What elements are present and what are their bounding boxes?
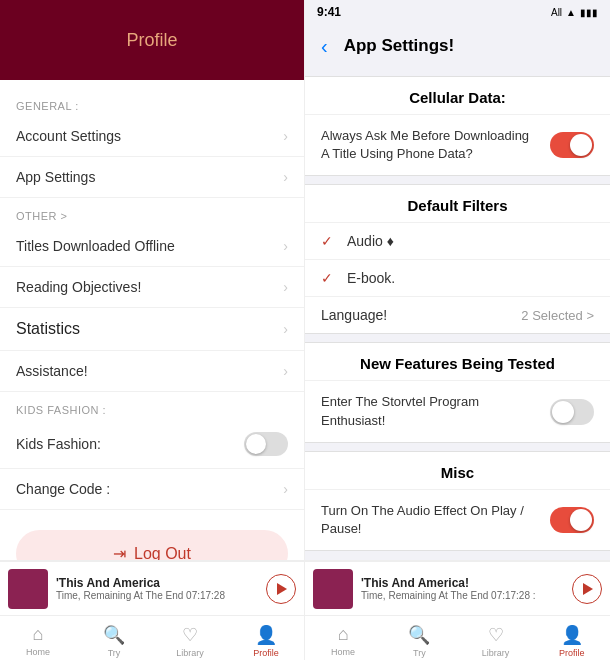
right-try-label: Try xyxy=(413,648,426,658)
account-settings-item[interactable]: Account Settings › xyxy=(0,116,304,157)
kids-fashion-row: Kids Fashion: xyxy=(0,420,304,469)
language-value: 2 Selected > xyxy=(521,308,594,323)
right-nav-try[interactable]: 🔍 Try xyxy=(381,624,457,658)
audio-check-icon: ✓ xyxy=(321,233,337,249)
profile-nav-label: Profile xyxy=(253,648,279,658)
right-nav-library[interactable]: ♡ Library xyxy=(458,624,534,658)
left-audio-title: 'This And America xyxy=(56,576,258,590)
right-status-bar: 9:41 All ▲ ▮▮▮ xyxy=(305,0,610,24)
titles-downloaded-label: Titles Downloaded Offline xyxy=(16,238,175,254)
right-nav-bar: ⌂ Home 🔍 Try ♡ Library 👤 Profile xyxy=(305,615,610,660)
left-audio-info: 'This And America Time, Remaining At The… xyxy=(56,576,258,601)
right-header: ‹ App Settings! xyxy=(305,24,610,68)
app-settings-chevron: › xyxy=(283,169,288,185)
left-header: Profile xyxy=(0,0,304,80)
ebook-check-label: E-book. xyxy=(347,270,395,286)
left-nav-profile[interactable]: 👤 Profile xyxy=(228,624,304,658)
right-nav-profile[interactable]: 👤 Profile xyxy=(534,624,610,658)
logout-icon: ⇥ xyxy=(113,544,126,560)
audio-effect-text: Turn On The Audio Effect On Play / Pause… xyxy=(321,502,550,538)
statistics-item[interactable]: Statistics › xyxy=(0,308,304,351)
kids-section-label: KIDS FASHION : xyxy=(0,392,304,420)
left-audio-bar: 'This And America Time, Remaining At The… xyxy=(0,561,304,615)
left-nav-home[interactable]: ⌂ Home xyxy=(0,624,76,657)
kids-fashion-label: Kids Fashion: xyxy=(16,436,101,452)
right-play-icon xyxy=(583,583,593,595)
audio-checkmark-row[interactable]: ✓ Audio ♦ xyxy=(305,222,610,259)
reading-objectives-chevron: › xyxy=(283,279,288,295)
status-time: 9:41 xyxy=(317,5,341,19)
status-icons: All ▲ ▮▮▮ xyxy=(551,7,598,18)
reading-objectives-item[interactable]: Reading Objectives! › xyxy=(0,267,304,308)
right-content: Cellular Data: Always Ask Me Before Down… xyxy=(305,68,610,560)
assistance-label: Assistance! xyxy=(16,363,88,379)
ebook-checkmark-row[interactable]: ✓ E-book. xyxy=(305,259,610,296)
right-home-label: Home xyxy=(331,647,355,657)
right-audio-info: 'This And America! Time, Remaining At Th… xyxy=(361,576,564,601)
audio-effect-row: Turn On The Audio Effect On Play / Pause… xyxy=(305,489,610,550)
reading-objectives-label: Reading Objectives! xyxy=(16,279,141,295)
right-audio-title: 'This And America! xyxy=(361,576,564,590)
statistics-label: Statistics xyxy=(16,320,80,338)
change-code-label: Change Code : xyxy=(16,481,110,497)
left-nav-bar: ⌂ Home 🔍 Try ♡ Library 👤 Profile xyxy=(0,615,304,660)
try-nav-label: Try xyxy=(108,648,121,658)
kids-fashion-toggle[interactable] xyxy=(244,432,288,456)
misc-title: Misc xyxy=(305,452,610,489)
right-audio-bar: 'This And America! Time, Remaining At Th… xyxy=(305,561,610,615)
back-button[interactable]: ‹ xyxy=(321,35,328,58)
profile-icon: 👤 xyxy=(255,624,277,646)
storvtel-toggle[interactable] xyxy=(550,399,594,425)
logout-label: Log Out xyxy=(134,545,191,561)
left-nav-try[interactable]: 🔍 Try xyxy=(76,624,152,658)
left-nav-library[interactable]: ♡ Library xyxy=(152,624,228,658)
right-library-icon: ♡ xyxy=(488,624,504,646)
change-code-chevron: › xyxy=(283,481,288,497)
left-play-button[interactable] xyxy=(266,574,296,604)
logout-section: ⇥ Log Out xyxy=(0,510,304,560)
ebook-check-icon: ✓ xyxy=(321,270,337,286)
right-play-button[interactable] xyxy=(572,574,602,604)
right-audio-subtitle: Time, Remaining At The End 07:17:28 : xyxy=(361,590,564,601)
audio-effect-toggle[interactable] xyxy=(550,507,594,533)
cellular-section-title: Cellular Data: xyxy=(305,77,610,114)
right-home-icon: ⌂ xyxy=(338,624,349,645)
other-section-label: OTHER > xyxy=(0,198,304,226)
titles-downloaded-chevron: › xyxy=(283,238,288,254)
home-nav-label: Home xyxy=(26,647,50,657)
library-icon: ♡ xyxy=(182,624,198,646)
change-code-item[interactable]: Change Code : › xyxy=(0,469,304,510)
profile-title: Profile xyxy=(126,30,177,51)
misc-section: Misc Turn On The Audio Effect On Play / … xyxy=(305,451,610,551)
search-icon: 🔍 xyxy=(103,624,125,646)
storvtel-row: Enter The Storvtel Program Enthusiast! xyxy=(305,380,610,441)
language-row[interactable]: Language! 2 Selected > xyxy=(305,296,610,333)
battery-icon: ▮▮▮ xyxy=(580,7,598,18)
audio-check-label: Audio ♦ xyxy=(347,233,394,249)
titles-downloaded-item[interactable]: Titles Downloaded Offline › xyxy=(0,226,304,267)
left-audio-subtitle: Time, Remaining At The End 07:17:28 xyxy=(56,590,258,601)
always-ask-row: Always Ask Me Before Downloading A Title… xyxy=(305,114,610,175)
right-library-label: Library xyxy=(482,648,510,658)
app-settings-item[interactable]: App Settings › xyxy=(0,157,304,198)
always-ask-text: Always Ask Me Before Downloading A Title… xyxy=(321,127,550,163)
assistance-item[interactable]: Assistance! › xyxy=(0,351,304,392)
storvtel-text: Enter The Storvtel Program Enthusiast! xyxy=(321,393,550,429)
library-nav-label: Library xyxy=(176,648,204,658)
wifi-icon: ▲ xyxy=(566,7,576,18)
default-filters-section: Default Filters ✓ Audio ♦ ✓ E-book. Lang… xyxy=(305,184,610,334)
right-search-icon: 🔍 xyxy=(408,624,430,646)
right-nav-home[interactable]: ⌂ Home xyxy=(305,624,381,657)
assistance-chevron: › xyxy=(283,363,288,379)
new-features-section: New Features Being Tested Enter The Stor… xyxy=(305,342,610,442)
new-features-title: New Features Being Tested xyxy=(305,343,610,380)
always-ask-toggle[interactable] xyxy=(550,132,594,158)
language-label: Language! xyxy=(321,307,387,323)
app-settings-label: App Settings xyxy=(16,169,95,185)
cellular-section: Cellular Data: Always Ask Me Before Down… xyxy=(305,76,610,176)
account-settings-chevron: › xyxy=(283,128,288,144)
right-profile-icon: 👤 xyxy=(561,624,583,646)
logout-button[interactable]: ⇥ Log Out xyxy=(16,530,288,560)
account-settings-label: Account Settings xyxy=(16,128,121,144)
right-header-title: App Settings! xyxy=(344,36,455,56)
